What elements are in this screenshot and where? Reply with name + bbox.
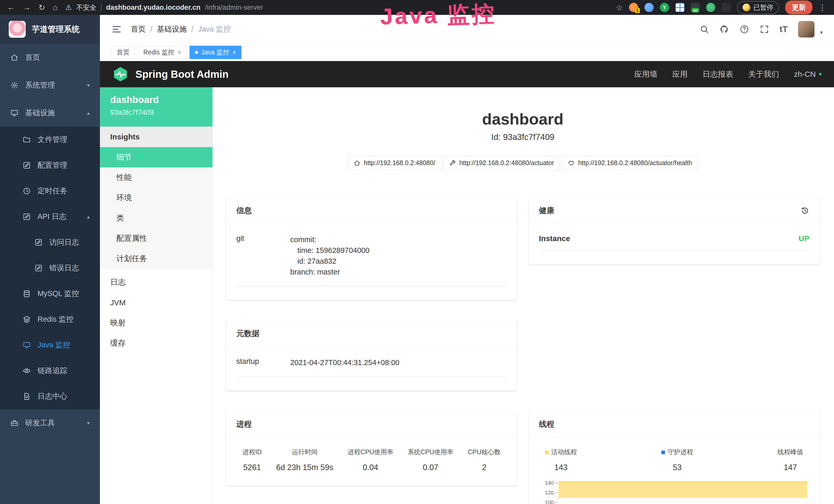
sidebar-item-redis-monitor[interactable]: Redis 监控 — [0, 306, 100, 332]
breadcrumb-separator: / — [191, 25, 193, 33]
home-nav-icon[interactable]: ⌂ — [53, 3, 58, 12]
sidebar-item-system-mgmt[interactable]: 系统管理▾ — [0, 71, 100, 99]
sba-item-caches[interactable]: 缓存 — [100, 333, 213, 353]
tab-home[interactable]: 首页 — [111, 46, 135, 59]
sba-item-metrics[interactable]: 性能 — [100, 167, 213, 188]
app-logo-row[interactable]: 芋道管理系统 — [0, 15, 100, 44]
fullscreen-icon[interactable] — [760, 24, 769, 34]
browser-extension-icon[interactable]: Y — [660, 3, 669, 12]
tick-mark — [555, 492, 558, 493]
sba-item-jvm[interactable]: JVM — [100, 293, 213, 313]
sba-nav-applications[interactable]: 应用 — [672, 69, 687, 79]
sba-nav-wallboard[interactable]: 应用墙 — [634, 69, 657, 79]
browser-extension-icon[interactable] — [675, 3, 684, 12]
breadcrumb-current: Java 监控 — [198, 24, 231, 35]
sba-item-config-props[interactable]: 配置属性 — [100, 228, 213, 249]
sidebar-item-file-mgmt[interactable]: 文件管理 — [0, 127, 100, 153]
sba-item-classes[interactable]: 类 — [100, 208, 213, 228]
health-card-body: Instance UP — [529, 224, 820, 265]
font-size-icon[interactable]: tT — [780, 24, 788, 34]
address-bar[interactable]: ⚠ 不安全 dashboard.yudao.iocoder.cn/infra/a… — [66, 3, 263, 12]
search-icon[interactable] — [699, 24, 709, 34]
sidebar-item-error-logs[interactable]: 错误日志 — [0, 255, 100, 281]
help-icon[interactable] — [740, 24, 749, 34]
row-key: Instance — [539, 234, 570, 243]
back-icon[interactable]: ← — [7, 3, 15, 12]
document-icon — [23, 212, 31, 221]
health-card-header: 健康 — [529, 198, 820, 224]
bookmark-star-icon[interactable]: ☆ — [616, 3, 623, 12]
history-icon[interactable] — [800, 206, 809, 215]
github-icon[interactable] — [720, 24, 729, 34]
forward-icon[interactable]: → — [23, 3, 31, 12]
navbar-actions: tT ▾ — [699, 21, 823, 38]
paused-badge[interactable]: 已暂停 — [737, 1, 779, 14]
actuator-url-link[interactable]: http://192.168.0.2:48080/actuator — [443, 156, 560, 170]
status-badge: UP — [798, 234, 809, 243]
tab-close-icon[interactable]: × — [177, 49, 181, 56]
breadcrumb-separator: / — [150, 25, 152, 33]
edit-icon — [23, 161, 31, 169]
tab-redis-monitor[interactable]: Redis 监控× — [138, 46, 186, 59]
stat-pid: 进程ID5261 — [242, 448, 262, 472]
browser-extension-icon[interactable]: on — [691, 3, 700, 12]
legend-active-threads: 活动线程143 — [545, 448, 577, 472]
tab-java-monitor[interactable]: Java 监控× — [190, 46, 241, 59]
breadcrumb-home[interactable]: 首页 — [131, 24, 146, 35]
tab-close-icon[interactable]: × — [233, 49, 236, 56]
instance-header[interactable]: dashboard 93a3fc7f7409 — [100, 87, 213, 127]
process-card-body: 进程ID5261 运行时间6d 23h 15m 59s 进程CPU使用率0.04… — [226, 437, 517, 486]
sba-item-logs[interactable]: 日志 — [100, 272, 213, 293]
sidebar-item-dev-tools[interactable]: 研发工具▾ — [0, 409, 100, 437]
sidebar-item-java-monitor[interactable]: Java 监控 — [0, 332, 100, 358]
browser-extension-icon[interactable] — [706, 3, 715, 12]
sidebar-item-scheduled-jobs[interactable]: 定时任务 — [0, 178, 100, 204]
sba-item-environment[interactable]: 环境 — [100, 188, 213, 208]
card-title: 线程 — [539, 419, 554, 430]
sidebar-item-trace[interactable]: 链路追踪 — [0, 358, 100, 384]
table-row: git commit: time: 1596289704000 id: 27aa… — [236, 234, 507, 286]
sidebar-item-api-logs[interactable]: API 日志▴ — [0, 204, 100, 230]
sidebar-item-mysql-monitor[interactable]: MySQL 监控 — [0, 281, 100, 306]
sba-item-scheduled-tasks[interactable]: 计划任务 — [100, 249, 213, 269]
avatar[interactable] — [798, 21, 814, 38]
url-path: /infra/admin-server — [205, 4, 263, 12]
sba-locale-select[interactable]: zh-CN▾ — [794, 70, 822, 78]
sba-item-details[interactable]: 细节 — [100, 147, 213, 167]
sba-nav-about[interactable]: 关于我们 — [748, 69, 779, 79]
monitor-icon — [10, 109, 19, 117]
health-url-link[interactable]: http://192.168.0.2:48080/actuator/health — [562, 156, 698, 170]
metadata-card-header: 元数据 — [226, 321, 517, 347]
sidebar-item-home[interactable]: 首页 — [0, 44, 100, 71]
app-main-column: 首页 / 基础设施 / Java 监控 tT ▾ 首页 — [100, 15, 834, 504]
chevron-up-icon: ▴ — [87, 110, 90, 116]
monitor-icon — [23, 341, 31, 349]
breadcrumb-infrastructure[interactable]: 基础设施 — [157, 24, 187, 35]
sba-section-insights: Insights — [100, 127, 213, 147]
sba-item-mappings[interactable]: 映射 — [100, 313, 213, 333]
browser-extension-icon[interactable]: 1 — [629, 3, 638, 12]
chart-y-axis: 140 120 100 — [539, 480, 558, 504]
active-tab-dot — [195, 51, 198, 54]
database-icon — [23, 290, 31, 298]
eye-icon — [23, 367, 31, 375]
sidebar-item-access-logs[interactable]: 访问日志 — [0, 230, 100, 255]
instance-name: dashboard — [110, 94, 202, 105]
warning-icon: ⚠ — [66, 3, 72, 12]
sidebar-item-config-mgmt[interactable]: 配置管理 — [0, 153, 100, 178]
card-title: 信息 — [236, 205, 252, 216]
sidebar-item-log-center[interactable]: 日志中心 — [0, 384, 100, 409]
metadata-card: 元数据 startup 2021-04-27T00:44:31.254+08:0… — [226, 321, 517, 391]
update-button[interactable]: 更新 — [785, 1, 812, 15]
layers-icon — [23, 315, 31, 323]
browser-menu-icon[interactable]: ⋮ — [818, 3, 827, 12]
reload-icon[interactable]: ↻ — [39, 3, 45, 12]
browser-extension-icon[interactable] — [644, 3, 654, 12]
sba-brand: Spring Boot Admin — [135, 69, 228, 80]
browser-extension-icon[interactable] — [722, 3, 731, 12]
service-url-link[interactable]: http://192.168.0.2:48080/ — [348, 156, 441, 170]
sba-nav-journal[interactable]: 日志报表 — [702, 69, 733, 79]
sidebar-item-infrastructure[interactable]: 基础设施▴ — [0, 99, 100, 127]
hamburger-icon[interactable] — [111, 24, 122, 35]
caret-down-icon[interactable]: ▾ — [820, 29, 823, 38]
